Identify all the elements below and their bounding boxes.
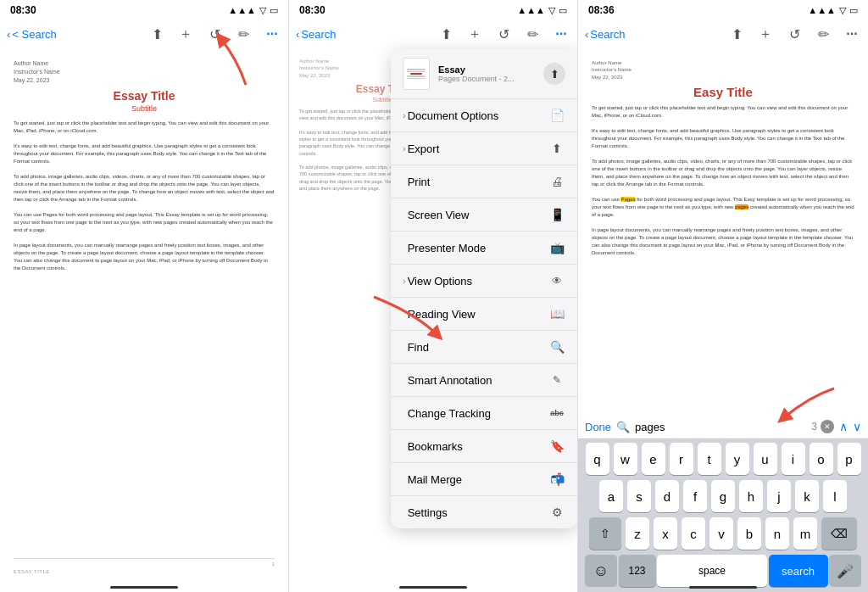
key-u[interactable]: u bbox=[754, 443, 777, 475]
menu-item-screen-view[interactable]: › Screen View 📱 bbox=[391, 198, 577, 232]
shift-key[interactable]: ⇧ bbox=[589, 517, 621, 550]
emoji-key[interactable]: ☺ bbox=[585, 555, 617, 587]
menu-item-label: Document Options bbox=[408, 109, 548, 122]
presenter-icon: 📺 bbox=[548, 239, 565, 256]
menu-item-label: Change Tracking bbox=[408, 407, 548, 420]
menu-doc-thumb bbox=[403, 58, 430, 90]
menu-item-label: Print bbox=[408, 176, 548, 188]
right-doc-title: Easy Title bbox=[592, 85, 854, 99]
key-i[interactable]: i bbox=[782, 443, 805, 475]
menu-item-presenter-mode[interactable]: › Presenter Mode 📺 bbox=[391, 232, 577, 265]
plus-icon[interactable]: ＋ bbox=[176, 25, 195, 43]
menu-item-settings[interactable]: › Settings ⚙ bbox=[391, 496, 577, 528]
key-p[interactable]: p bbox=[837, 443, 861, 475]
key-z[interactable]: z bbox=[626, 517, 649, 550]
right-status-time: 08:36 bbox=[588, 4, 615, 16]
mid-nav-actions: ⬆ ＋ ↺ ✏ ··· bbox=[437, 25, 570, 43]
key-e[interactable]: e bbox=[642, 443, 665, 475]
mid-back-button[interactable]: ‹ Search bbox=[296, 28, 337, 41]
smart-annotation-icon: ✎ bbox=[548, 371, 565, 388]
undo-icon[interactable]: ↺ bbox=[205, 25, 224, 43]
right-chevron-left-icon: ‹ bbox=[585, 28, 588, 41]
mid-back-label: Search bbox=[301, 28, 336, 41]
key-c[interactable]: c bbox=[682, 517, 705, 550]
menu-item-smart-annotation[interactable]: › Smart Annotation ✎ bbox=[391, 364, 577, 397]
key-g[interactable]: g bbox=[711, 480, 735, 512]
mid-red-arrow bbox=[357, 288, 459, 356]
key-v[interactable]: v bbox=[709, 517, 733, 550]
menu-item-label: Bookmarks bbox=[408, 440, 548, 453]
keyboard-row-1: q w e r t y u i o p bbox=[578, 439, 868, 477]
key-a[interactable]: a bbox=[599, 480, 623, 512]
key-n[interactable]: n bbox=[765, 517, 789, 550]
mail-merge-icon: 📬 bbox=[548, 471, 565, 488]
right-more-icon[interactable]: ··· bbox=[843, 25, 861, 43]
key-d[interactable]: d bbox=[655, 480, 679, 512]
left-doc-footer: ESSAY TITLE 1 bbox=[14, 558, 275, 577]
menu-item-print[interactable]: › Print 🖨 bbox=[391, 165, 577, 198]
right-back-button[interactable]: ‹ Search bbox=[585, 28, 626, 41]
share-icon[interactable]: ⬆ bbox=[147, 25, 166, 43]
menu-item-change-tracking[interactable]: › Change Tracking abc bbox=[391, 397, 577, 430]
key-b[interactable]: b bbox=[737, 517, 761, 550]
menu-doc-info: Essay Pages Document - 2... bbox=[438, 64, 535, 83]
key-w[interactable]: w bbox=[614, 443, 637, 475]
key-q[interactable]: q bbox=[586, 443, 609, 475]
menu-item-export[interactable]: › Export ⬆ bbox=[391, 132, 577, 165]
mid-signal-icon: ▲▲▲ bbox=[517, 5, 545, 15]
backspace-key[interactable]: ⌫ bbox=[821, 517, 857, 550]
mid-undo-icon[interactable]: ↺ bbox=[494, 25, 513, 43]
brush-icon[interactable]: ✏ bbox=[234, 25, 253, 43]
key-l[interactable]: l bbox=[823, 480, 847, 512]
done-button[interactable]: Done bbox=[585, 421, 611, 433]
numbers-key[interactable]: 123 bbox=[619, 555, 656, 587]
menu-item-label: Smart Annotation bbox=[408, 374, 548, 387]
mid-plus-icon[interactable]: ＋ bbox=[465, 25, 484, 43]
more-icon[interactable]: ··· bbox=[263, 25, 281, 43]
space-key[interactable]: space bbox=[657, 555, 767, 587]
keyboard-row-2: a s d f g h j k l bbox=[578, 477, 868, 514]
mic-key[interactable]: 🎤 bbox=[829, 555, 861, 587]
mid-battery-icon: ▭ bbox=[559, 5, 567, 16]
right-signal-icon: ▲▲▲ bbox=[808, 5, 836, 15]
key-s[interactable]: s bbox=[627, 480, 651, 512]
middle-panel: 08:30 ▲▲▲ ▽ ▭ ‹ Search ⬆ ＋ ↺ ✏ ··· Autho… bbox=[289, 0, 578, 592]
search-key[interactable]: search bbox=[769, 555, 828, 587]
right-nav-bar: ‹ Search ⬆ ＋ ↺ ✏ ··· bbox=[578, 19, 868, 49]
reading-view-icon: 📖 bbox=[548, 305, 565, 322]
menu-item-bookmarks[interactable]: › Bookmarks 🔖 bbox=[391, 430, 577, 463]
key-m[interactable]: m bbox=[793, 517, 817, 550]
right-brush-icon[interactable]: ✏ bbox=[814, 25, 832, 43]
key-o[interactable]: o bbox=[810, 443, 833, 475]
mid-nav-bar: ‹ Search ⬆ ＋ ↺ ✏ ··· bbox=[289, 19, 577, 49]
key-t[interactable]: t bbox=[698, 443, 721, 475]
key-x[interactable]: x bbox=[654, 517, 677, 550]
key-y[interactable]: y bbox=[726, 443, 749, 475]
right-panel: 08:36 ▲▲▲ ▽ ▭ ‹ Search ⬆ ＋ ↺ ✏ ··· Autho… bbox=[578, 0, 868, 592]
left-back-button[interactable]: ‹ < Search bbox=[7, 28, 57, 41]
mid-more-icon[interactable]: ··· bbox=[552, 25, 570, 43]
spacer: › bbox=[403, 507, 406, 517]
print-icon: 🖨 bbox=[548, 173, 565, 190]
right-status-bar: 08:36 ▲▲▲ ▽ ▭ bbox=[578, 0, 868, 19]
next-result-button[interactable]: ∨ bbox=[853, 420, 861, 433]
right-plus-icon[interactable]: ＋ bbox=[756, 25, 775, 43]
key-h[interactable]: h bbox=[739, 480, 763, 512]
right-back-label: Search bbox=[590, 28, 625, 41]
left-doc-meta: Author NameInstructor's NameMay 22, 2023 bbox=[14, 59, 275, 84]
mid-share-icon[interactable]: ⬆ bbox=[437, 25, 455, 43]
menu-item-mail-merge[interactable]: › Mail Merge 📬 bbox=[391, 463, 577, 496]
menu-item-document-options[interactable]: › Document Options 📄 bbox=[391, 99, 577, 132]
key-j[interactable]: j bbox=[767, 480, 791, 512]
right-undo-icon[interactable]: ↺ bbox=[785, 25, 804, 43]
right-share-icon[interactable]: ⬆ bbox=[727, 25, 746, 43]
key-k[interactable]: k bbox=[795, 480, 819, 512]
right-nav-actions: ⬆ ＋ ↺ ✏ ··· bbox=[727, 25, 861, 43]
screen-view-icon: 📱 bbox=[548, 206, 565, 223]
key-r[interactable]: r bbox=[670, 443, 693, 475]
mid-brush-icon[interactable]: ✏ bbox=[523, 25, 542, 43]
menu-item-label: View Options bbox=[408, 275, 548, 288]
settings-icon: ⚙ bbox=[548, 504, 565, 521]
key-f[interactable]: f bbox=[683, 480, 707, 512]
menu-share-button[interactable]: ⬆ bbox=[543, 63, 565, 85]
